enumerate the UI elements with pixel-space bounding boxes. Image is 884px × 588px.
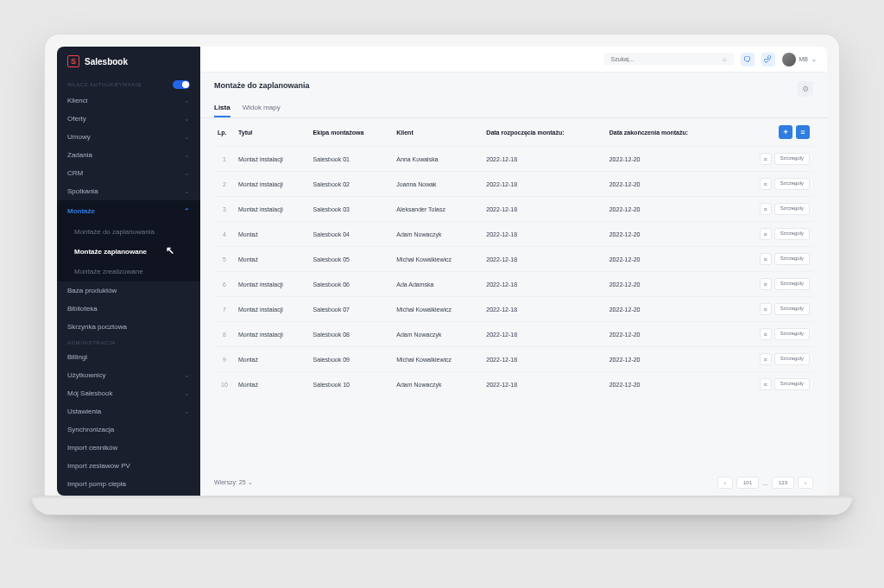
chevron-down-icon: ⌄ [811,56,817,63]
sidebar-subitem[interactable]: Montaże zrealizowane [57,262,200,281]
search-box[interactable]: ⌕ [604,53,734,66]
row-menu-button[interactable]: ≡ [760,353,772,365]
table-row[interactable]: 5 Montaż Salesbook 05 Michał Kowalkiewic… [214,247,813,272]
cell-lp: 9 [214,347,235,372]
sidebar-subitem[interactable]: Montaże zaplanowane↖ [57,242,200,262]
sidebar: S Salesbook WŁĄCZ AUTOUKRYWANIE Klienci⌄… [57,47,200,496]
cell-team: Salesbook 06 [310,272,394,297]
cell-start: 2022-12-18 [483,147,605,172]
cell-end: 2022-12-20 [606,347,730,372]
cell-title: Montaż instalacji [235,147,310,172]
sidebar-subitem[interactable]: Montaże do zaplanowania [57,222,200,242]
sidebar-item[interactable]: Baza produktów [57,281,200,300]
sidebar-item[interactable]: Ustawienia⌄ [57,402,200,420]
view-tabs: Lista Widok mapy [200,97,827,118]
details-button[interactable]: Szczegóły [774,353,810,365]
cell-lp: 6 [214,272,235,297]
search-input[interactable] [611,56,723,62]
sidebar-item[interactable]: Import pomp ciepła [57,475,200,493]
col-lp: Lp. [214,118,235,147]
table-row[interactable]: 10 Montaż Salesbook 10 Adam Nowaczyk 202… [214,372,813,397]
page-current[interactable]: 101 [736,477,759,489]
cell-client: Aleksander Tolasz [393,197,483,222]
cell-title: Montaż instalacji [235,322,310,347]
table-row[interactable]: 6 Montaż instalacji Salesbook 06 Ada Ada… [214,272,813,297]
list-view-button[interactable]: ≡ [796,125,810,139]
sidebar-item[interactable]: Billingi [57,348,200,366]
montaz-submenu: Montaże ⌃ Montaże do zaplanowaniaMontaże… [57,200,200,281]
tab-widok-mapy[interactable]: Widok mapy [243,104,281,117]
row-menu-button[interactable]: ≡ [760,303,772,315]
col-tytul: Tytuł [235,118,310,147]
table-row[interactable]: 7 Montaż instalacji Salesbook 07 Michał … [214,297,813,322]
row-menu-button[interactable]: ≡ [760,228,772,240]
user-menu[interactable]: MB ⌄ [782,53,818,66]
details-button[interactable]: Szczegóły [774,253,810,265]
gear-icon[interactable]: ⚙ [798,81,813,97]
sidebar-item[interactable]: Biblioteka [57,300,200,318]
row-menu-button[interactable]: ≡ [760,253,772,265]
cell-end: 2022-12-20 [606,322,730,347]
sidebar-item[interactable]: Import cenników [57,439,200,457]
table-row[interactable]: 9 Montaż Salesbook 09 Michał Kowalkiewic… [214,347,813,372]
sidebar-item[interactable]: Skrzynka pocztowa [57,318,200,336]
sidebar-item[interactable]: Użytkownicy⌄ [57,366,200,384]
cell-team: Salesbook 09 [310,347,394,372]
notification-icon[interactable]: 🗨 [741,53,755,66]
row-menu-button[interactable]: ≡ [760,178,772,190]
sidebar-item[interactable]: Klienci⌄ [57,92,200,110]
screen: S Salesbook WŁĄCZ AUTOUKRYWANIE Klienci⌄… [57,47,827,496]
details-button[interactable]: Szczegóły [774,278,810,290]
page-prev[interactable]: ‹ [717,477,733,489]
cell-start: 2022-12-18 [483,372,605,397]
auto-hide-row: WŁĄCZ AUTOUKRYWANIE [57,76,200,92]
sidebar-item[interactable]: Oferty⌄ [57,110,200,128]
row-menu-button[interactable]: ≡ [760,278,772,290]
chevron-down-icon: ⌄ [184,115,190,123]
sidebar-item[interactable]: Import zestawów PV [57,457,200,475]
sidebar-item[interactable]: Mój Salesbook⌄ [57,384,200,402]
cell-lp: 3 [214,197,235,222]
sidebar-item[interactable]: Zadania⌄ [57,146,200,164]
sidebar-item[interactable]: Dokumenty Autenti [57,493,200,496]
table-row[interactable]: 8 Montaż instalacji Salesbook 08 Adam No… [214,322,813,347]
cell-lp: 10 [214,372,235,397]
row-menu-button[interactable]: ≡ [760,153,772,165]
cell-team: Salesbook 07 [310,297,394,322]
table-row[interactable]: 3 Montaż instalacji Salesbook 03 Aleksan… [214,197,813,222]
details-button[interactable]: Szczegóły [774,178,810,190]
sidebar-item[interactable]: CRM⌄ [57,164,200,182]
cell-lp: 1 [214,147,235,172]
sidebar-item[interactable]: Spotkania⌄ [57,182,200,200]
page-last[interactable]: 123 [772,477,794,489]
tab-lista[interactable]: Lista [214,104,230,117]
details-button[interactable]: Szczegóły [774,203,810,215]
details-button[interactable]: Szczegóły [774,303,810,315]
page-next[interactable]: › [798,477,813,489]
cell-title: Montaż [235,347,310,372]
sidebar-montaz-head[interactable]: Montaże ⌃ [57,200,200,222]
details-button[interactable]: Szczegóły [774,228,810,240]
table-row[interactable]: 4 Montaż Salesbook 04 Adam Nowaczyk 2022… [214,222,813,247]
row-menu-button[interactable]: ≡ [760,328,772,340]
sidebar-item[interactable]: Synchronizacja [57,420,200,439]
brand-name: Salesbook [85,57,128,66]
row-menu-button[interactable]: ≡ [760,378,772,390]
auto-hide-toggle[interactable] [173,80,190,89]
details-button[interactable]: Szczegóły [774,153,810,165]
table-row[interactable]: 2 Montaż instalacji Salesbook 02 Joanna … [214,172,813,197]
details-button[interactable]: Szczegóły [774,378,810,390]
logo[interactable]: S Salesbook [57,47,200,76]
chevron-down-icon: ⌄ [184,408,190,415]
cell-team: Salesbook 03 [310,197,394,222]
rows-per-page[interactable]: Wierszy: 25 ⌄ [214,479,253,486]
row-menu-button[interactable]: ≡ [760,203,772,215]
add-button[interactable]: + [779,125,792,139]
chevron-up-icon: ⌃ [184,207,190,215]
sidebar-item[interactable]: Umowy⌄ [57,128,200,146]
cell-end: 2022-12-20 [606,297,730,322]
table-row[interactable]: 1 Montaż instalacji Salesbook 01 Anna Ko… [214,147,813,172]
details-button[interactable]: Szczegóły [774,328,810,340]
cell-team: Salesbook 05 [310,247,394,272]
messages-icon[interactable]: 🗪 [761,53,775,66]
